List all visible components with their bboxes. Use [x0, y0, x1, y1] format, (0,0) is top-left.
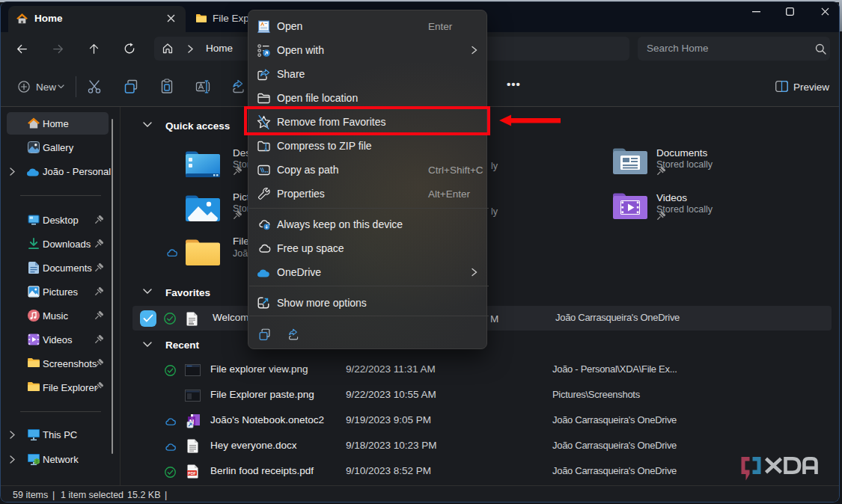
svg-text:PDF: PDF — [188, 471, 196, 476]
